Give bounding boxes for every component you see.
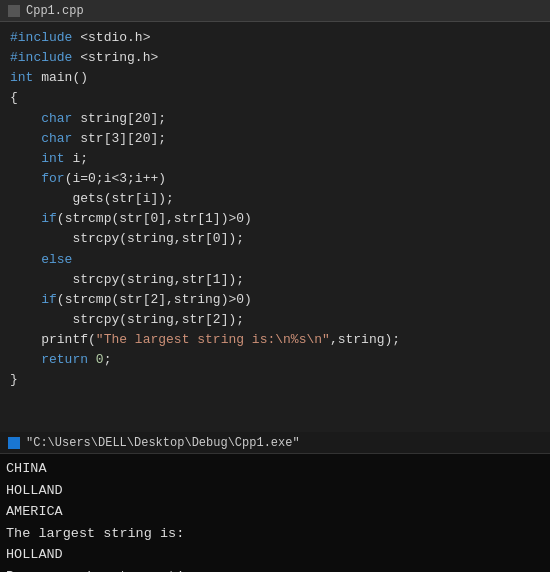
code-line-9: gets(str[i]); — [10, 189, 540, 209]
file-icon — [8, 5, 20, 17]
code-line-18: } — [10, 370, 540, 390]
code-line-12: else — [10, 250, 540, 270]
code-line-16: printf("The largest string is:\n%s\n",st… — [10, 330, 540, 350]
code-line-5: char string[20]; — [10, 109, 540, 129]
code-line-2: #include <string.h> — [10, 48, 540, 68]
terminal-icon — [8, 437, 20, 449]
code-line-3: int main() — [10, 68, 540, 88]
terminal-line-4: The largest string is: — [6, 523, 544, 545]
terminal-line-3: AMERICA — [6, 501, 544, 523]
editor-titlebar: Cpp1.cpp — [0, 0, 550, 22]
terminal-titlebar: "C:\Users\DELL\Desktop\Debug\Cpp1.exe" — [0, 432, 550, 454]
code-line-15: strcpy(string,str[2]); — [10, 310, 540, 330]
code-line-8: for(i=0;i<3;i++) — [10, 169, 540, 189]
code-line-10: if(strcmp(str[0],str[1])>0) — [10, 209, 540, 229]
code-line-7: int i; — [10, 149, 540, 169]
code-line-1: #include <stdio.h> — [10, 28, 540, 48]
code-line-13: strcpy(string,str[1]); — [10, 270, 540, 290]
terminal-line-2: HOLLAND — [6, 480, 544, 502]
code-line-17: return 0; — [10, 350, 540, 370]
terminal-line-5: HOLLAND — [6, 544, 544, 566]
terminal-title: "C:\Users\DELL\Desktop\Debug\Cpp1.exe" — [26, 436, 300, 450]
code-line-14: if(strcmp(str[2],string)>0) — [10, 290, 540, 310]
code-line-11: strcpy(string,str[0]); — [10, 229, 540, 249]
code-editor: #include <stdio.h> #include <string.h> i… — [0, 22, 550, 432]
terminal-line-1: CHINA — [6, 458, 544, 480]
code-line-6: char str[3][20]; — [10, 129, 540, 149]
terminal-line-6: Press any key to continue — [6, 566, 544, 572]
editor-title: Cpp1.cpp — [26, 4, 84, 18]
terminal-output: CHINA HOLLAND AMERICA The largest string… — [0, 454, 550, 572]
code-line-4: { — [10, 88, 540, 108]
